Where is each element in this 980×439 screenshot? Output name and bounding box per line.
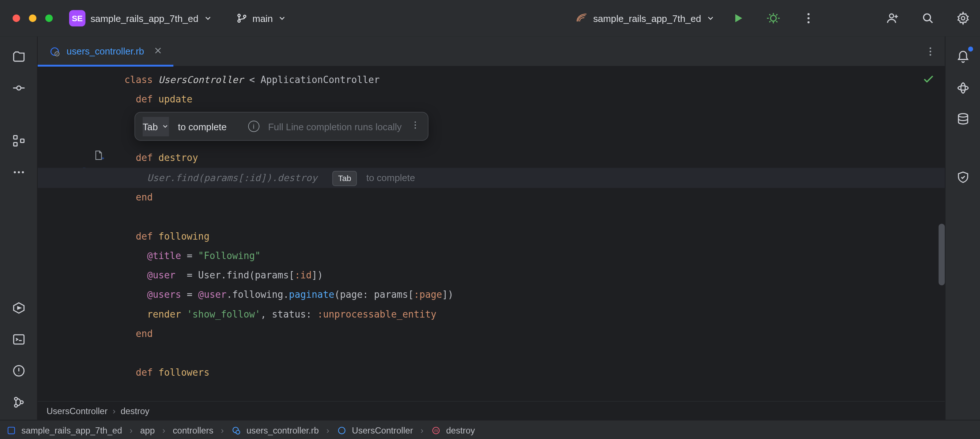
chevron-right-icon: › — [218, 425, 226, 435]
chevron-right-icon: › — [324, 425, 332, 435]
svg-point-4 — [807, 13, 810, 15]
tok: following — [158, 231, 210, 242]
tok: def — [136, 231, 158, 242]
branch-selector[interactable]: main — [236, 13, 287, 24]
commit-tool-icon[interactable] — [10, 79, 27, 97]
svg-point-19 — [14, 397, 17, 400]
hint-text: to complete — [366, 172, 415, 183]
popup-more-icon[interactable] — [410, 117, 420, 136]
tok: render — [147, 309, 187, 320]
tok: paginate — [289, 289, 334, 300]
svg-point-29 — [415, 124, 416, 126]
key-label: Tab — [143, 117, 158, 136]
tok: def — [136, 152, 158, 163]
svg-point-35 — [339, 427, 345, 434]
tok: :id — [295, 270, 312, 281]
svg-rect-12 — [14, 143, 17, 146]
tab-label: users_controller.rb — [67, 46, 144, 56]
svg-point-24 — [929, 47, 931, 49]
crumb[interactable]: app — [140, 425, 155, 435]
tok: end — [136, 328, 153, 340]
terminal-tool-icon[interactable] — [10, 331, 27, 348]
tok: < ApplicationController — [243, 74, 380, 86]
svg-point-21 — [20, 401, 23, 404]
tok: User.find(params[ — [198, 270, 295, 281]
project-selector[interactable]: SE sample_rails_app_7th_ed — [69, 10, 212, 26]
project-tool-icon[interactable] — [10, 48, 27, 65]
close-window[interactable] — [13, 14, 20, 22]
tok: = — [181, 250, 198, 262]
tok: :unprocessable_entity — [317, 309, 437, 320]
svg-rect-13 — [20, 139, 24, 142]
run-tool-icon[interactable] — [10, 299, 27, 317]
notifications-icon[interactable] — [954, 48, 972, 65]
ruby-file-icon — [49, 46, 60, 57]
branch-name: main — [252, 13, 273, 23]
svg-point-2 — [243, 15, 246, 17]
code-editor[interactable]: + class UsersController < ApplicationCon… — [38, 67, 945, 401]
database-icon[interactable] — [954, 110, 972, 128]
chevron-down-icon — [203, 14, 212, 23]
tok: @users — [147, 289, 181, 300]
chevron-right-icon: › — [127, 425, 135, 435]
tok: 'show_follow' — [187, 309, 261, 320]
tok: "Following" — [198, 250, 261, 262]
ruby-file-icon — [231, 425, 241, 435]
ai-assistant-icon[interactable] — [954, 79, 972, 97]
svg-point-9 — [961, 16, 965, 20]
tok: .following. — [226, 289, 289, 300]
minimize-window[interactable] — [29, 14, 37, 22]
svg-point-5 — [807, 17, 810, 19]
svg-point-0 — [238, 14, 240, 16]
crumb[interactable]: destroy — [446, 425, 475, 435]
svg-point-20 — [14, 404, 17, 407]
crumb[interactable]: UsersController — [46, 406, 108, 416]
tok: def — [136, 367, 158, 378]
svg-point-1 — [238, 20, 240, 22]
crumb[interactable]: UsersController — [352, 425, 413, 435]
left-toolbar — [0, 37, 38, 420]
close-tab-icon[interactable] — [154, 46, 162, 56]
tok: class — [124, 74, 158, 86]
project-badge: SE — [69, 10, 86, 26]
tok: destroy — [158, 152, 198, 163]
run-button[interactable] — [726, 6, 750, 30]
search-icon[interactable] — [916, 6, 940, 30]
tok: = — [175, 270, 198, 281]
structure-breadcrumb[interactable]: UsersController › destroy — [38, 401, 945, 420]
chevron-down-icon — [706, 14, 715, 23]
crumb[interactable]: destroy — [121, 406, 150, 416]
tab-key-hint: Tab — [332, 171, 357, 186]
vcs-tool-icon[interactable] — [10, 393, 27, 411]
editor-tabs: users_controller.rb — [38, 37, 945, 67]
svg-rect-32 — [8, 427, 14, 434]
more-tools-icon[interactable] — [10, 163, 27, 181]
svg-point-31 — [958, 114, 967, 117]
settings-icon[interactable] — [951, 6, 975, 30]
rails-icon — [576, 12, 588, 24]
structure-tool-icon[interactable] — [10, 132, 27, 150]
more-actions[interactable] — [796, 6, 820, 30]
problems-tool-icon[interactable] — [10, 362, 27, 380]
info-icon[interactable]: i — [248, 121, 259, 132]
debug-button[interactable] — [761, 6, 785, 30]
tok: ]) — [442, 289, 453, 300]
tab-users-controller[interactable]: users_controller.rb — [38, 37, 174, 66]
shield-icon[interactable] — [954, 168, 972, 186]
branch-icon — [236, 13, 248, 24]
svg-point-7 — [890, 14, 894, 18]
crumb[interactable]: controllers — [173, 425, 213, 435]
svg-point-3 — [770, 15, 776, 21]
code-with-me-icon[interactable] — [881, 6, 905, 30]
tab-menu-icon[interactable] — [916, 37, 945, 66]
completion-hint-popup: Tab to complete i Full Line completion r… — [135, 112, 429, 141]
svg-point-6 — [807, 21, 810, 23]
crumb[interactable]: sample_rails_app_7th_ed — [21, 425, 122, 435]
crumb[interactable]: users_controller.rb — [247, 425, 319, 435]
scrollbar-thumb[interactable] — [939, 224, 945, 285]
gutter-new-file-icon[interactable]: + — [93, 148, 104, 168]
maximize-window[interactable] — [45, 14, 53, 22]
svg-point-30 — [415, 127, 416, 128]
run-config-selector[interactable]: sample_rails_app_7th_ed — [576, 12, 715, 24]
tok: followers — [158, 367, 210, 378]
